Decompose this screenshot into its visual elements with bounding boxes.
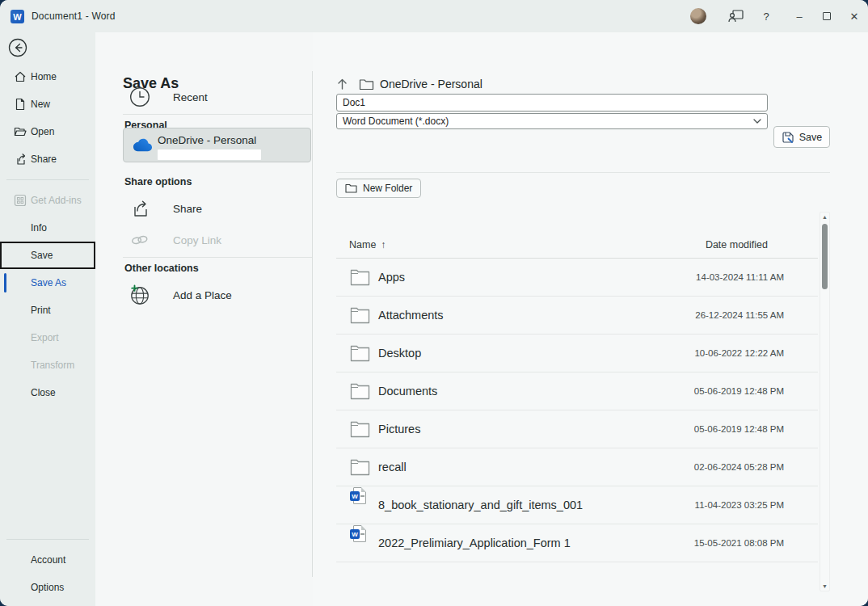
sidebar-item-account[interactable]: Account — [0, 546, 95, 574]
title-bar: W Document1 - Word ? – ✕ — [0, 0, 868, 32]
sidebar-item-save-as[interactable]: Save As — [0, 269, 95, 297]
filetype-value: Word Document (*.docx) — [343, 116, 449, 127]
help-icon[interactable]: ? — [755, 5, 777, 27]
sidebar-item-label: Print — [31, 305, 51, 316]
sidebar-item-label: Get Add-ins — [31, 195, 82, 206]
folder-icon — [350, 344, 370, 362]
word-file-icon: W — [350, 534, 370, 552]
scroll-up-arrow[interactable]: ▲ — [820, 214, 829, 220]
sidebar-item-new[interactable]: New — [0, 90, 95, 118]
file-row[interactable]: W Attachments 26-12-2024 11:55 AM — [336, 297, 818, 335]
file-name: 2022_Prelimiary_Application_Form 1 — [378, 537, 571, 549]
file-row[interactable]: W recall 02-06-2024 05:28 PM — [336, 448, 818, 486]
file-row[interactable]: W Pictures 05-06-2019 12:48 PM — [336, 410, 818, 448]
sidebar-item-label: Share — [31, 154, 57, 165]
presenter-mode-icon[interactable] — [724, 5, 747, 27]
save-button[interactable]: Save — [773, 126, 830, 148]
file-date-modified: 14-03-2024 11:11 AM — [696, 272, 784, 282]
clock-icon — [129, 86, 150, 107]
document-title: Document1 - Word — [32, 11, 116, 22]
home-icon — [14, 70, 27, 83]
sidebar-item-label: Open — [31, 126, 54, 137]
sort-ascending-icon: ↑ — [381, 239, 386, 250]
file-list-scrollbar[interactable]: ▲ ▼ — [820, 212, 830, 591]
maximize-button[interactable] — [813, 0, 841, 32]
file-name: 8_book_stationary_and_gift_items_001 — [378, 499, 583, 511]
sidebar-item-save[interactable]: Save — [0, 242, 95, 269]
folder-icon — [359, 78, 374, 90]
pane-divider — [336, 172, 830, 173]
onedrive-account-redacted — [158, 149, 261, 160]
sidebar-item-options[interactable]: Options — [0, 574, 95, 601]
share-action[interactable]: Share — [123, 192, 301, 225]
file-name: Desktop — [378, 347, 421, 360]
breadcrumb: OneDrive - Personal — [336, 73, 482, 95]
place-label: Share — [173, 203, 202, 215]
sidebar-item-label: Save — [31, 250, 53, 261]
sidebar-item-get-addins: Get Add-ins — [0, 187, 95, 214]
scrollbar-thumb[interactable] — [822, 224, 828, 289]
file-row[interactable]: W 2022_Prelimiary_Application_Form 1 15-… — [336, 524, 818, 562]
new-document-icon — [14, 98, 27, 111]
place-label: Copy Link — [173, 234, 221, 246]
file-row[interactable]: W 8_book_stationary_and_gift_items_001 1… — [336, 486, 818, 524]
file-name: Attachments — [378, 309, 444, 322]
copy-link-action-disabled: Copy Link — [123, 224, 301, 256]
up-directory-icon[interactable] — [336, 78, 348, 90]
panel-section-divider — [123, 257, 312, 258]
add-place-globe-icon — [129, 284, 150, 306]
sidebar-item-print[interactable]: Print — [0, 297, 95, 324]
file-row[interactable]: W Documents 05-06-2019 12:48 PM — [336, 372, 818, 410]
save-as-pane: OneDrive - Personal Word Document (*.doc… — [313, 32, 868, 606]
file-row[interactable]: W Desktop 10-06-2022 12:22 AM — [336, 335, 818, 372]
filetype-dropdown[interactable]: Word Document (*.docx) — [336, 113, 768, 129]
back-button[interactable] — [8, 38, 27, 57]
sidebar-item-label: Export — [31, 332, 59, 343]
place-label: Add a Place — [173, 289, 232, 301]
place-recent[interactable]: Recent — [123, 81, 301, 113]
breadcrumb-location[interactable]: OneDrive - Personal — [380, 78, 482, 90]
filename-input[interactable] — [336, 94, 768, 112]
folder-icon — [350, 420, 370, 438]
panel-section-divider — [123, 114, 312, 115]
close-button[interactable]: ✕ — [841, 0, 868, 32]
file-date-modified: 11-04-2023 03:25 PM — [695, 500, 784, 510]
link-icon — [129, 233, 150, 247]
file-date-modified: 02-06-2024 05:28 PM — [694, 462, 784, 472]
add-a-place-action[interactable]: Add a Place — [123, 279, 301, 311]
sidebar-item-label: Options — [31, 582, 64, 593]
column-header-date-modified[interactable]: Date modified — [706, 239, 768, 250]
sidebar-item-label: Close — [31, 387, 56, 398]
sidebar-item-label: Account — [31, 554, 65, 566]
folder-icon — [350, 458, 370, 476]
sidebar-divider — [6, 179, 89, 180]
sidebar-item-label: Info — [31, 222, 47, 234]
scroll-down-arrow[interactable]: ▼ — [820, 583, 829, 589]
sidebar-item-home[interactable]: Home — [0, 63, 95, 90]
sidebar-item-label: New — [31, 99, 50, 110]
share-icon — [129, 198, 150, 219]
column-header-name[interactable]: Name↑ — [349, 239, 386, 250]
chevron-down-icon — [753, 119, 761, 124]
place-onedrive-personal[interactable]: OneDrive - Personal — [123, 128, 311, 162]
folder-icon — [350, 306, 370, 324]
sidebar-item-info[interactable]: Info — [0, 214, 95, 242]
file-date-modified: 10-06-2022 12:22 AM — [694, 348, 784, 358]
sidebar-item-open[interactable]: Open — [0, 118, 95, 145]
word-app-icon: W — [11, 10, 24, 23]
file-name: Apps — [378, 271, 405, 284]
sidebar-divider — [6, 539, 89, 540]
sidebar-item-share[interactable]: Share — [0, 145, 95, 173]
word-app-window: W Document1 - Word ? – ✕ — [0, 0, 868, 606]
places-panel: Save As Recent Personal OneDrive - Perso… — [95, 32, 313, 606]
new-folder-button[interactable]: New Folder — [336, 179, 421, 198]
file-name: recall — [378, 461, 407, 473]
file-name: Documents — [378, 385, 437, 398]
user-avatar[interactable] — [690, 8, 706, 24]
file-list: W Apps 14-03-2024 11:11 AM W Attachments… — [336, 259, 818, 562]
minimize-button[interactable]: – — [786, 0, 813, 32]
file-row[interactable]: W Apps 14-03-2024 11:11 AM — [336, 259, 818, 297]
sidebar-item-close[interactable]: Close — [0, 379, 95, 406]
file-date-modified: 05-06-2019 12:48 PM — [694, 424, 784, 434]
new-folder-label: New Folder — [363, 183, 412, 194]
